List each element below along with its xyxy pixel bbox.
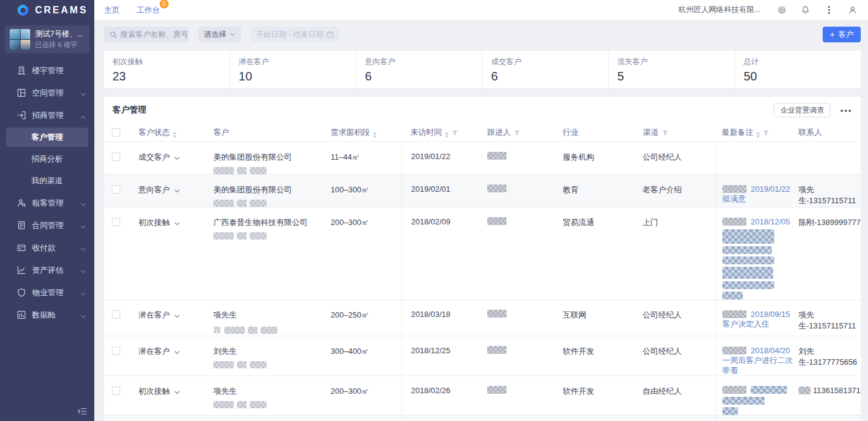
stat-label: 总计: [743, 57, 861, 67]
filter-icon[interactable]: [514, 129, 520, 136]
sort-icon[interactable]: [445, 127, 449, 138]
row-checkbox[interactable]: [112, 387, 120, 395]
sidebar-item-buildings[interactable]: 楼宇管理: [0, 59, 94, 82]
sort-icon[interactable]: [373, 127, 377, 138]
nav-workbench[interactable]: 工作台 5: [137, 5, 160, 16]
sidebar-subitem-customers[interactable]: 客户管理: [6, 128, 88, 147]
row-checkbox[interactable]: [112, 347, 120, 355]
status-dropdown[interactable]: 成交客户: [138, 152, 180, 163]
visit-date-cell: 2018/02/09: [401, 207, 484, 299]
visit-date-cell: 2018/03/18: [401, 300, 484, 336]
customer-cell: 美的集团股份有限公司: [213, 142, 331, 174]
contact-cell: 陈刚-13899997777: [794, 207, 861, 299]
remark-cell: 2019/01/22挺满意: [716, 175, 794, 207]
sort-icon[interactable]: [756, 127, 760, 138]
table-row[interactable]: 潜在客户刘先生300–400㎡2018/12/25软件开发公司经纪人2018/0…: [104, 336, 861, 376]
chevron-down-icon: [230, 31, 236, 38]
table-row[interactable]: 潜在客户项先生跟200–250㎡2018/03/18互联网公司经纪人2018/0…: [104, 299, 861, 336]
status-select[interactable]: 请选择: [198, 27, 241, 42]
table-row[interactable]: 意向客户美的集团股份有限公司100–300㎡2019/02/01教育老客户介绍2…: [104, 174, 861, 207]
building-thumbnail: [10, 29, 30, 50]
select-all-checkbox[interactable]: [112, 128, 120, 137]
sort-icon[interactable]: [173, 127, 177, 138]
kebab-menu-icon[interactable]: [824, 5, 834, 15]
table-body: 成交客户美的集团股份有限公司11–44㎡2019/01/22服务机构公司经纪人意…: [104, 142, 861, 421]
row-checkbox[interactable]: [112, 218, 120, 226]
follower-cell: [484, 376, 560, 415]
topbar: 主页 工作台 5 杭州匠人网络科技有限...: [94, 0, 868, 21]
sidebar-item-label: 空间管理: [32, 88, 74, 99]
contact-value: 项先生-13157115711: [798, 310, 856, 330]
redacted-follower: [487, 386, 507, 394]
nav-home[interactable]: 主页: [104, 5, 120, 16]
app-root: CREAMS 测试7号楼、... 已选择 6 楼宇 楼宇管理空间管理招商管理客户…: [0, 0, 868, 421]
status-label: 潜在客户: [138, 310, 170, 321]
sidebar-subitem-channels[interactable]: 我的渠道: [0, 170, 94, 192]
stat-label: 成交客户: [491, 57, 608, 67]
row-checkbox[interactable]: [112, 152, 120, 161]
remark-date: 2018/12/05: [751, 217, 790, 226]
sidebar-item-spaces[interactable]: 空间管理: [0, 82, 94, 104]
channel-cell: 上门: [638, 416, 716, 421]
follower-cell: [484, 300, 560, 336]
chevron-down-icon: [80, 245, 86, 250]
stat-value: 10: [239, 70, 356, 83]
search-input[interactable]: [120, 30, 188, 39]
status-dropdown[interactable]: 潜在客户: [138, 310, 180, 321]
row-checkbox[interactable]: [112, 185, 120, 194]
redacted-author: [722, 347, 747, 354]
date-range-picker[interactable]: 开始日期 - 结束日期: [251, 27, 339, 42]
sidebar-item-merchants[interactable]: 招商管理: [0, 104, 94, 126]
sidebar-subitem-analysis[interactable]: 招商分析: [0, 148, 94, 170]
gear-icon[interactable]: [777, 5, 786, 15]
customer-cell: 美的集团股份有限公司: [213, 175, 331, 207]
industry-cell: 电商服务: [560, 416, 638, 421]
sidebar-item-property[interactable]: 物业管理: [0, 281, 94, 304]
nav-workbench-label: 工作台: [137, 5, 160, 15]
chevron-down-icon: [174, 388, 180, 394]
sidebar-item-tenants[interactable]: 租客管理: [0, 192, 94, 214]
status-dropdown[interactable]: 初次接触: [138, 217, 180, 228]
redacted-follower: [487, 152, 507, 160]
table-row[interactable]: 初次接触项先生200–300㎡2018/02/26软件开发自由经纪人113615…: [104, 376, 861, 415]
add-customer-button[interactable]: + 客户: [823, 27, 861, 42]
background-check-button[interactable]: 企业背景调查: [774, 103, 831, 117]
collapse-sidebar-icon[interactable]: [77, 406, 87, 416]
remark-cell: 项铭2018/02/23: [716, 416, 794, 421]
user-icon[interactable]: [848, 5, 857, 15]
building-selector[interactable]: 测试7号楼、... 已选择 6 楼宇: [5, 25, 89, 53]
sidebar-item-label: 物业管理: [32, 287, 74, 298]
area-cell: –㎡: [331, 416, 401, 421]
table-row[interactable]: 初次接触–㎡2018/02/22项铭电商服务上门项铭2018/02/23马: [104, 415, 861, 421]
more-options-icon[interactable]: •••: [840, 106, 852, 115]
customer-table-card: 客户管理 企业背景调查 ••• 客户状态客户需求面积段来访时间跟进人行业渠道最新…: [104, 97, 861, 421]
status-dropdown[interactable]: 意向客户: [138, 184, 180, 195]
row-checkbox[interactable]: [112, 310, 120, 319]
filter-icon[interactable]: [452, 129, 458, 136]
visit-date-cell: 2018/02/22: [401, 416, 484, 421]
channel-cell: 公司经纪人: [638, 300, 716, 336]
bell-icon[interactable]: [801, 5, 810, 15]
sidebar-item-payments[interactable]: 收付款: [0, 237, 94, 259]
column-header-customer: 客户: [213, 127, 331, 138]
remark-date: 2018/04/20: [751, 346, 790, 355]
remark-cell: 2018/12/05: [716, 207, 794, 299]
status-dropdown[interactable]: 潜在客户: [138, 346, 180, 357]
table-row[interactable]: 初次接触广西泰普生物科技有限公司200–300㎡2018/02/09贸易流通上门…: [104, 207, 861, 299]
search-box[interactable]: [104, 27, 189, 42]
sidebar-item-databoard[interactable]: 数据舱: [0, 304, 94, 326]
payment-icon: [17, 243, 26, 252]
table-row[interactable]: 成交客户美的集团股份有限公司11–44㎡2019/01/22服务机构公司经纪人: [104, 142, 861, 174]
column-header-visit: 来访时间: [401, 127, 484, 138]
sidebar-item-valuation[interactable]: 资产评估: [0, 259, 94, 281]
filter-icon[interactable]: [763, 129, 769, 136]
remark-text: 客户决定入住: [722, 319, 769, 328]
sidebar-item-contracts[interactable]: 合同管理: [0, 214, 94, 237]
redacted-follower: [487, 184, 507, 192]
customer-sub-redacted: [213, 167, 331, 174]
status-dropdown[interactable]: 初次接触: [138, 386, 180, 397]
customer-sub-redacted: [213, 200, 331, 207]
column-label: 跟进人: [487, 127, 511, 138]
building-subtitle: 已选择 6 楼宇: [35, 41, 83, 50]
filter-icon[interactable]: [662, 129, 669, 136]
